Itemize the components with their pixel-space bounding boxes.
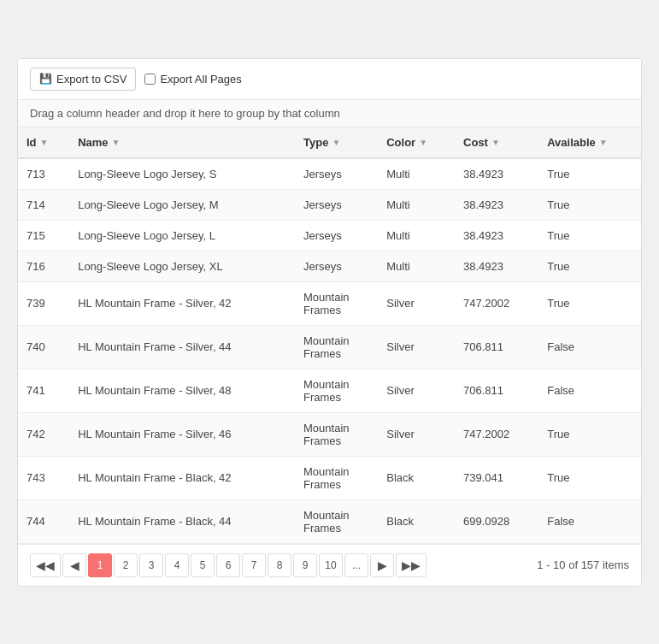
page-number-button[interactable]: 1 [88,553,112,577]
page-controls: ◀◀ ◀ 12345678910... ▶ ▶▶ [30,553,427,577]
export-all-checkbox[interactable] [144,74,156,85]
cell-type: Jerseys [295,158,378,190]
table-row: 714 Long-Sleeve Logo Jersey, M Jerseys M… [18,189,641,220]
table-row: 739 HL Mountain Frame - Silver, 42 Mount… [18,281,641,325]
cell-type: MountainFrames [295,325,378,369]
col-header-type: Type ▼ [295,127,378,158]
col-header-id: Id ▼ [18,127,69,158]
cell-cost: 706.811 [455,325,538,369]
page-info: 1 - 10 of 157 items [537,558,629,571]
filter-icon-name[interactable]: ▼ [112,138,121,147]
cell-available: False [538,499,641,543]
data-table: Id ▼ Name ▼ Type ▼ [18,127,641,544]
page-number-button[interactable]: 4 [165,553,189,577]
cell-cost: 747.2002 [455,281,538,325]
drag-hint: Drag a column header and drop it here to… [18,100,641,127]
first-page-button[interactable]: ◀◀ [30,553,61,577]
table-row: 713 Long-Sleeve Logo Jersey, S Jerseys M… [18,158,641,190]
cell-name: Long-Sleeve Logo Jersey, S [69,158,295,190]
page-number-button[interactable]: 2 [114,553,138,577]
cell-color: Black [378,456,455,499]
table-row: 742 HL Mountain Frame - Silver, 46 Mount… [18,412,641,456]
cell-available: True [538,456,641,499]
table-row: 743 HL Mountain Frame - Black, 42 Mounta… [18,456,641,499]
table-row: 744 HL Mountain Frame - Black, 44 Mounta… [18,499,641,543]
export-csv-button[interactable]: 💾 Export to CSV [30,68,136,91]
filter-icon-available[interactable]: ▼ [599,138,608,147]
filter-icon-color[interactable]: ▼ [419,138,427,147]
cell-type: Jerseys [295,189,378,220]
cell-available: True [538,281,641,325]
cell-id: 741 [18,369,69,412]
cell-id: 744 [18,499,69,543]
page-number-button[interactable]: 9 [293,553,317,577]
cell-available: True [538,412,641,456]
cell-name: HL Mountain Frame - Black, 44 [69,499,295,543]
col-header-color: Color ▼ [378,127,455,158]
filter-icon-id[interactable]: ▼ [40,138,49,147]
table-row: 715 Long-Sleeve Logo Jersey, L Jerseys M… [18,220,641,251]
cell-cost: 38.4923 [455,220,538,251]
cell-type: Jerseys [295,251,378,281]
cell-cost: 38.4923 [455,251,538,281]
cell-type: Jerseys [295,220,378,251]
table-row: 740 HL Mountain Frame - Silver, 44 Mount… [18,325,641,369]
col-header-cost: Cost ▼ [455,127,538,158]
last-page-button[interactable]: ▶▶ [396,553,427,577]
cell-available: True [538,220,641,251]
filter-icon-type[interactable]: ▼ [332,138,340,147]
cell-id: 740 [18,325,69,369]
cell-color: Multi [378,251,455,281]
filter-icon-cost[interactable]: ▼ [491,138,500,147]
export-icon: 💾 [39,73,52,85]
cell-cost: 706.811 [455,369,538,412]
cell-cost: 747.2002 [455,412,538,456]
table-row: 741 HL Mountain Frame - Silver, 48 Mount… [18,369,641,412]
cell-id: 742 [18,412,69,456]
export-csv-label: Export to CSV [56,73,127,86]
cell-color: Silver [378,325,455,369]
cell-id: 739 [18,281,69,325]
page-number-button[interactable]: 5 [191,553,215,577]
table-header-row: Id ▼ Name ▼ Type ▼ [18,127,641,158]
cell-color: Multi [378,189,455,220]
toolbar: 💾 Export to CSV Export All Pages [18,59,641,100]
cell-name: HL Mountain Frame - Silver, 48 [69,369,295,412]
cell-id: 743 [18,456,69,499]
cell-cost: 699.0928 [455,499,538,543]
export-all-label[interactable]: Export All Pages [144,73,241,86]
next-page-button[interactable]: ▶ [370,553,394,577]
cell-type: MountainFrames [295,499,378,543]
prev-page-button[interactable]: ◀ [62,553,86,577]
page-number-button[interactable]: ... [344,553,368,577]
col-header-available: Available ▼ [538,127,641,158]
page-number-button[interactable]: 7 [242,553,266,577]
cell-available: False [538,369,641,412]
cell-type: MountainFrames [295,281,378,325]
cell-color: Black [378,499,455,543]
cell-name: Long-Sleeve Logo Jersey, M [69,189,295,220]
cell-available: True [538,189,641,220]
cell-name: HL Mountain Frame - Black, 42 [69,456,295,499]
table-row: 716 Long-Sleeve Logo Jersey, XL Jerseys … [18,251,641,281]
cell-id: 713 [18,158,69,190]
cell-color: Silver [378,369,455,412]
page-number-button[interactable]: 6 [216,553,240,577]
cell-color: Silver [378,412,455,456]
data-grid: 💾 Export to CSV Export All Pages Drag a … [17,58,642,587]
cell-color: Multi [378,220,455,251]
cell-type: MountainFrames [295,369,378,412]
cell-cost: 38.4923 [455,189,538,220]
cell-cost: 739.041 [455,456,538,499]
cell-name: Long-Sleeve Logo Jersey, XL [69,251,295,281]
page-number-button[interactable]: 8 [268,553,291,577]
page-number-button[interactable]: 3 [139,553,163,577]
cell-available: False [538,325,641,369]
cell-available: True [538,251,641,281]
cell-color: Silver [378,281,455,325]
cell-type: MountainFrames [295,456,378,499]
cell-type: MountainFrames [295,412,378,456]
cell-cost: 38.4923 [455,158,538,190]
page-number-button[interactable]: 10 [319,553,343,577]
cell-name: HL Mountain Frame - Silver, 46 [69,412,295,456]
